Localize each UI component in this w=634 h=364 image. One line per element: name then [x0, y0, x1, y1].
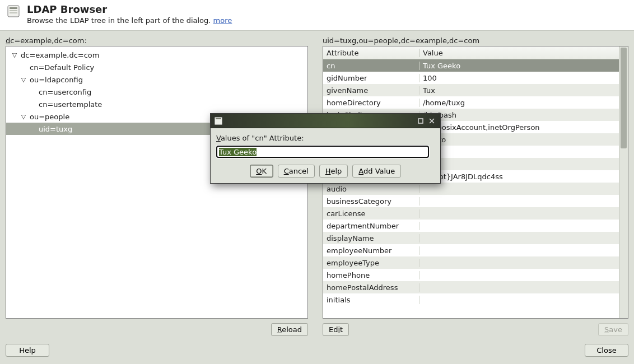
attr-value-cell: Tux: [419, 86, 619, 95]
maximize-icon[interactable]: [416, 116, 426, 125]
attr-row[interactable]: carLicense: [323, 207, 619, 220]
edit-attribute-dialog: Values of "cn" Attribute: OK Cancel Help…: [210, 113, 441, 184]
tree-node[interactable]: ▽cn=userconfig: [6, 86, 307, 98]
svg-rect-6: [418, 119, 423, 123]
tree-node[interactable]: ▽dc=example,dc=com: [6, 49, 307, 61]
tree-node-label: uid=tuxg: [36, 125, 72, 133]
attr-value-cell: tuxg: [419, 148, 619, 156]
cancel-button[interactable]: Cancel: [278, 165, 315, 178]
attr-name-cell: businessCategory: [323, 197, 419, 206]
attr-table-header: Attribute Value: [323, 46, 619, 59]
attr-name-cell: cn: [323, 62, 419, 70]
attr-row[interactable]: audio: [323, 183, 619, 195]
attr-name-cell: carLicense: [323, 209, 419, 218]
app-icon: [6, 3, 21, 19]
attr-row[interactable]: cnTux Geeko: [323, 59, 619, 72]
page-subtitle: Browse the LDAP tree in the left part of…: [27, 16, 232, 25]
tree-node-label: cn=usertemplate: [36, 100, 102, 109]
attribute-value-input[interactable]: [216, 146, 429, 158]
attr-name-cell: gidNumber: [323, 74, 419, 82]
attr-row[interactable]: gidNumber100: [323, 72, 619, 84]
tree-node[interactable]: ▽ou=ldapconfig: [6, 73, 307, 86]
attr-header-attribute: Attribute: [323, 49, 419, 57]
attr-value-cell: top,posixAccount,inetOrgPerson: [419, 123, 619, 132]
attr-name-cell: homePostalAddress: [323, 283, 419, 292]
attr-value-cell: /bin/bash: [419, 111, 619, 119]
header-bar: LDAP Browser Browse the LDAP tree in the…: [0, 0, 634, 31]
attr-value-cell: 100: [419, 74, 619, 82]
add-value-button[interactable]: Add Value: [352, 165, 401, 178]
attr-row[interactable]: businessCategory: [323, 195, 619, 207]
dialog-titlebar[interactable]: [211, 114, 440, 128]
close-button[interactable]: Close: [585, 344, 628, 357]
attr-value-cell: Tux Geeko: [419, 62, 619, 70]
ok-button[interactable]: OK: [250, 165, 273, 178]
tree-node-label: ou=people: [27, 113, 69, 121]
attr-row[interactable]: employeeNumber: [323, 244, 619, 256]
attr-name-cell: homePhone: [323, 271, 419, 279]
expand-icon[interactable]: ▽: [20, 76, 27, 83]
svg-rect-5: [216, 118, 221, 119]
dialog-app-icon: [214, 116, 223, 125]
attr-value-cell: /home/tuxg: [419, 99, 619, 107]
attr-row[interactable]: departmentNumber: [323, 220, 619, 232]
svg-rect-2: [10, 10, 17, 11]
reload-button[interactable]: Reload: [271, 323, 308, 336]
tree-node-label: cn=userconfig: [36, 88, 91, 96]
attr-row[interactable]: givenNameTux: [323, 84, 619, 96]
dialog-help-button[interactable]: Help: [319, 165, 348, 178]
help-button[interactable]: Help: [6, 344, 49, 357]
expand-icon[interactable]: ▽: [20, 113, 27, 120]
svg-rect-1: [10, 7, 17, 9]
attr-row[interactable]: displayName: [323, 232, 619, 244]
page-title: LDAP Browser: [27, 3, 232, 15]
attr-name-cell: employeeNumber: [323, 246, 419, 255]
edit-button[interactable]: Edit: [323, 323, 349, 336]
attrs-caption: uid=tuxg,ou=people,dc=example,dc=com: [323, 35, 628, 46]
attr-value-cell: 1001: [419, 160, 619, 169]
attr-name-cell: initials: [323, 296, 419, 304]
attr-row[interactable]: initials: [323, 293, 619, 306]
attr-value-cell: Geeko: [419, 136, 619, 144]
attr-row[interactable]: homeDirectory/home/tuxg: [323, 96, 619, 109]
tree-node[interactable]: ▽cn=Default Policy: [6, 61, 307, 73]
tree-caption: dc=example,dc=com:: [6, 35, 308, 46]
tree-node-label: cn=Default Policy: [27, 63, 94, 72]
attr-scrollbar[interactable]: [619, 46, 628, 318]
svg-rect-3: [10, 12, 17, 13]
attr-header-value: Value: [419, 49, 619, 57]
attr-value-cell: {crypt}JAr8JDLqdc4ss: [419, 172, 619, 181]
attr-row[interactable]: employeeType: [323, 256, 619, 269]
close-icon[interactable]: [427, 116, 437, 125]
attr-name-cell: departmentNumber: [323, 222, 419, 230]
attr-row[interactable]: homePhone: [323, 269, 619, 281]
expand-icon[interactable]: ▽: [11, 51, 18, 59]
attr-name-cell: audio: [323, 185, 419, 193]
save-button[interactable]: Save: [598, 323, 628, 336]
tree-node-label: dc=example,dc=com: [18, 51, 99, 59]
attr-name-cell: homeDirectory: [323, 99, 419, 107]
attr-name-cell: displayName: [323, 234, 419, 242]
attr-row[interactable]: homePostalAddress: [323, 281, 619, 293]
tree-node[interactable]: ▽cn=usertemplate: [6, 98, 307, 110]
more-link[interactable]: more: [213, 16, 232, 25]
dialog-prompt: Values of "cn" Attribute:: [216, 134, 435, 142]
tree-node-label: ou=ldapconfig: [27, 76, 83, 84]
attr-name-cell: employeeType: [323, 259, 419, 267]
scrollbar-thumb[interactable]: [621, 48, 627, 148]
attr-name-cell: givenName: [323, 86, 419, 95]
